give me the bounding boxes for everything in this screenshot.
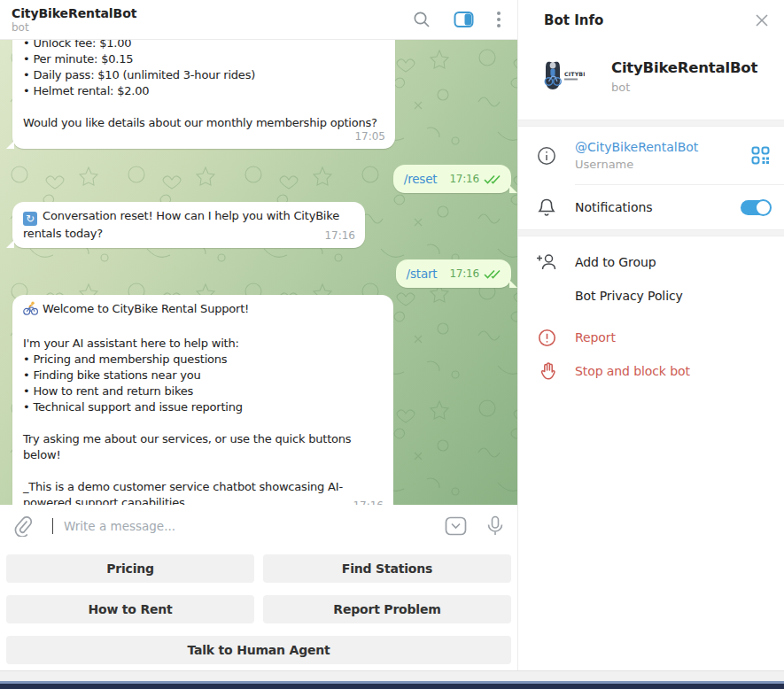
bot-reply-keyboard: Pricing Find Stations How to Rent Report… (0, 547, 517, 670)
bot-info-panel: Bot Info CITYBIKE (517, 0, 784, 670)
more-menu-icon[interactable] (497, 12, 501, 27)
bot-message-reset-confirm[interactable]: ↻Conversation reset! How can I help you … (12, 202, 365, 248)
menu-item-add-to-group[interactable]: Add to Group (518, 245, 784, 279)
bell-icon (518, 197, 575, 217)
read-checks-icon (484, 174, 501, 184)
message-input[interactable] (64, 519, 434, 533)
menu-item-label: Bot Privacy Policy (575, 289, 683, 303)
chat-title: CityBikeRentalBot (12, 6, 413, 21)
username-row[interactable]: @CityBikeRentalBot Username (518, 127, 784, 184)
message-composer (0, 505, 517, 547)
stop-hand-icon (518, 361, 575, 381)
panel-title: Bot Info (544, 12, 755, 28)
quick-button-talk-to-human[interactable]: Talk to Human Agent (6, 636, 511, 664)
bot-message-welcome[interactable]: Welcome to CityBike Rental Support! I'm … (12, 295, 393, 505)
message-text: Welcome to CityBike Rental Support! I'm … (23, 302, 351, 505)
section-separator (518, 120, 784, 127)
report-icon (518, 329, 575, 347)
bot-actions-menu: Add to Group Bot Privacy Policy Report (518, 236, 784, 388)
message-time: 17:16 (324, 228, 355, 244)
message-time: 17:16 (449, 266, 479, 282)
message-time: 17:16 (449, 171, 479, 187)
bot-profile: CITYBIKE CityBikeRentalBot bot (518, 40, 784, 120)
bot-message-pricing[interactable]: • Unlock fee: $1.00 • Per minute: $0.15 … (12, 40, 395, 149)
user-message-reset[interactable]: /reset 17:16 (393, 165, 511, 193)
hide-keyboard-icon[interactable] (445, 516, 467, 536)
chat-subtitle: bot (12, 21, 413, 34)
cyclist-emoji-icon (23, 301, 38, 320)
message-row: /start 17:16 (0, 259, 517, 288)
avatar[interactable]: CITYBIKE (540, 54, 585, 98)
menu-item-bot-privacy-policy[interactable]: Bot Privacy Policy (518, 279, 784, 313)
read-checks-icon (484, 269, 501, 279)
chat-header: CityBikeRentalBot bot (0, 0, 517, 40)
quick-button-how-to-rent[interactable]: How to Rent (6, 595, 254, 623)
notifications-label: Notifications (575, 200, 741, 214)
attach-icon[interactable] (13, 515, 33, 537)
panel-header: Bot Info (518, 0, 784, 40)
message-row: • Unlock fee: $1.00 • Per minute: $0.15 … (0, 40, 517, 149)
search-icon[interactable] (413, 11, 431, 28)
add-person-icon (518, 252, 575, 272)
bot-type: bot (611, 81, 757, 94)
qr-code-icon[interactable] (751, 146, 770, 165)
username-label: Username (575, 158, 751, 171)
bot-name: CityBikeRentalBot (611, 59, 757, 76)
menu-item-label: Add to Group (575, 255, 656, 269)
window-bottom-strip (0, 670, 784, 681)
bot-username[interactable]: @CityBikeRentalBot (575, 140, 751, 154)
message-text: • Unlock fee: $1.00 • Per minute: $0.15 … (23, 40, 377, 129)
message-row: ↻Conversation reset! How can I help you … (0, 202, 517, 248)
toggle-knob (755, 199, 772, 216)
menu-item-label: Report (575, 330, 616, 344)
chat-column: CityBikeRentalBot bot (0, 0, 517, 670)
menu-item-label: Stop and block bot (575, 364, 690, 378)
command-link[interactable]: /start (407, 266, 438, 282)
command-link[interactable]: /reset (404, 171, 438, 187)
user-message-start[interactable]: /start 17:16 (396, 259, 511, 288)
telegram-window: CityBikeRentalBot bot (0, 0, 784, 670)
quick-button-find-stations[interactable]: Find Stations (263, 554, 511, 583)
menu-item-report[interactable]: Report (518, 321, 784, 354)
avatar-brand-text: CITYBIKE (564, 71, 585, 77)
notifications-toggle[interactable] (741, 200, 770, 215)
message-row: Welcome to CityBike Rental Support! I'm … (0, 295, 517, 505)
section-separator (518, 229, 784, 236)
taskbar (0, 681, 784, 689)
reset-emoji-icon: ↻ (23, 212, 37, 226)
info-icon (518, 146, 575, 166)
message-time: 17:05 (354, 128, 385, 144)
menu-item-stop-and-block[interactable]: Stop and block bot (518, 354, 784, 388)
chat-peer-info[interactable]: CityBikeRentalBot bot (12, 6, 413, 34)
close-icon[interactable] (755, 13, 769, 27)
message-row: /reset 17:16 (0, 165, 517, 193)
sidebar-toggle-icon[interactable] (454, 11, 474, 28)
quick-button-pricing[interactable]: Pricing (6, 554, 254, 583)
quick-button-report-problem[interactable]: Report Problem (263, 595, 511, 623)
message-time: 17:16 (353, 498, 384, 505)
message-text: Conversation reset! How can I help you w… (23, 209, 339, 240)
voice-message-icon[interactable] (486, 515, 504, 537)
notifications-row[interactable]: Notifications (518, 185, 784, 229)
text-caret (52, 518, 53, 534)
message-history[interactable]: • Unlock fee: $1.00 • Per minute: $0.15 … (0, 40, 517, 505)
